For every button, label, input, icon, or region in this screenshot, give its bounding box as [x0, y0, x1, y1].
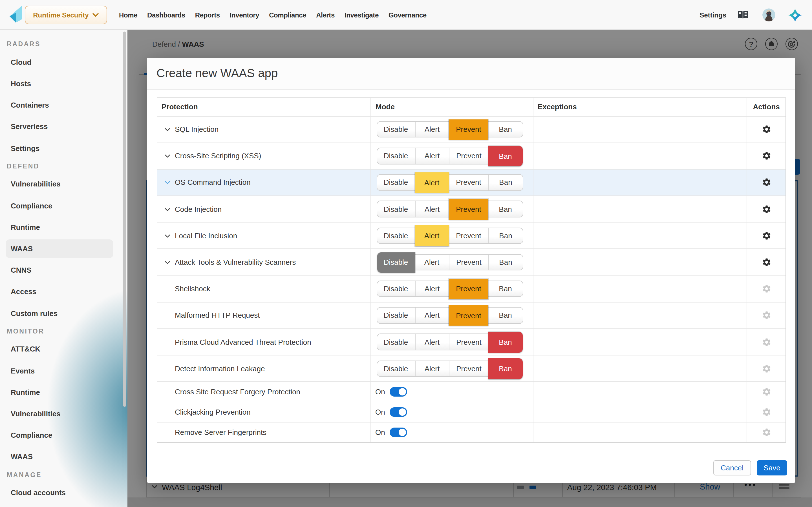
sidebar-item-cloud-accounts[interactable]: Cloud accounts [0, 482, 128, 503]
sidebar-item-serverless[interactable]: Serverless [0, 116, 128, 137]
mode-option-alert[interactable]: Alert [415, 226, 449, 246]
toggle-switch[interactable] [390, 428, 407, 438]
gear-icon[interactable] [762, 311, 771, 320]
mode-option-alert[interactable]: Alert [415, 202, 449, 217]
gear-icon[interactable] [762, 387, 771, 397]
sidebar-item-cloud[interactable]: Cloud [0, 52, 128, 73]
gear-icon[interactable] [762, 407, 771, 417]
mode-option-alert[interactable]: Alert [415, 172, 449, 193]
gear-icon[interactable] [762, 364, 771, 374]
gear-icon[interactable] [762, 258, 771, 267]
mode-option-prevent[interactable]: Prevent [449, 255, 488, 270]
nav-item-inventory[interactable]: Inventory [230, 11, 259, 19]
sidebar-item-attck[interactable]: ATT&CK [0, 338, 128, 360]
toggle-switch[interactable] [390, 407, 407, 417]
mode-option-disable[interactable]: Disable [377, 361, 415, 376]
gear-icon[interactable] [762, 231, 771, 240]
gear-icon[interactable] [762, 151, 771, 161]
prisma-cloud-logo[interactable] [788, 8, 802, 22]
mode-option-alert[interactable]: Alert [415, 122, 449, 137]
nav-item-compliance[interactable]: Compliance [269, 11, 306, 19]
mode-option-disable[interactable]: Disable [377, 122, 415, 137]
mode-option-ban[interactable]: Ban [488, 122, 522, 137]
user-avatar[interactable] [762, 8, 775, 21]
mode-option-prevent[interactable]: Prevent [449, 175, 488, 190]
mode-option-alert[interactable]: Alert [415, 334, 449, 350]
mode-option-alert[interactable]: Alert [415, 255, 449, 270]
gear-icon[interactable] [762, 178, 771, 187]
nav-item-alerts[interactable]: Alerts [316, 11, 335, 19]
mode-option-ban[interactable]: Ban [488, 281, 522, 297]
gear-icon[interactable] [762, 337, 771, 347]
sidebar-item-custom-rules[interactable]: Custom rules [0, 302, 128, 324]
mode-option-ban[interactable]: Ban [488, 358, 522, 379]
sidebar-item-compliance[interactable]: Compliance [0, 195, 128, 216]
sidebar-item-waas-monitor[interactable]: WAAS [0, 446, 128, 467]
mode-option-prevent[interactable]: Prevent [449, 148, 488, 164]
mode-option-ban[interactable]: Ban [488, 175, 522, 190]
sidebar-item-vulnerabilities-monitor[interactable]: Vulnerabilities [0, 403, 128, 425]
mode-option-prevent[interactable]: Prevent [449, 199, 488, 219]
sidebar-item-settings[interactable]: Settings [0, 137, 128, 159]
settings-link[interactable]: Settings [700, 11, 726, 19]
nav-item-reports[interactable]: Reports [195, 11, 220, 19]
mode-option-ban[interactable]: Ban [488, 255, 522, 270]
sidebar-item-hosts[interactable]: Hosts [0, 73, 128, 94]
mode-option-disable[interactable]: Disable [377, 252, 415, 273]
cancel-button[interactable]: Cancel [713, 460, 751, 475]
mode-option-prevent[interactable]: Prevent [449, 305, 488, 326]
nav-item-home[interactable]: Home [119, 11, 137, 19]
mode-option-disable[interactable]: Disable [377, 334, 415, 350]
sidebar-scrollbar[interactable] [123, 32, 126, 407]
mode-option-disable[interactable]: Disable [377, 307, 415, 323]
chevron-down-icon[interactable] [164, 181, 170, 184]
mode-option-disable[interactable]: Disable [377, 228, 415, 243]
sidebar-item-vulnerabilities[interactable]: Vulnerabilities [0, 173, 128, 195]
toggle-wrap: On [375, 407, 407, 417]
nav-item-investigate[interactable]: Investigate [345, 11, 378, 19]
sidebar-item-compliance-monitor[interactable]: Compliance [0, 425, 128, 446]
sidebar-item-access[interactable]: Access [0, 281, 128, 302]
mode-option-ban[interactable]: Ban [488, 307, 522, 323]
mode-option-disable[interactable]: Disable [377, 281, 415, 297]
mode-option-prevent[interactable]: Prevent [449, 228, 488, 243]
sidebar-item-waas[interactable]: WAAS [0, 238, 128, 260]
mode-option-prevent[interactable]: Prevent [449, 334, 488, 350]
mode-option-prevent[interactable]: Prevent [449, 119, 488, 140]
product-switcher[interactable]: Runtime Security [25, 6, 107, 24]
chevron-down-icon[interactable] [164, 234, 170, 238]
sidebar-item-runtime-monitor[interactable]: Runtime [0, 381, 128, 403]
mode-option-ban[interactable]: Ban [488, 202, 522, 217]
mode-option-prevent[interactable]: Prevent [449, 361, 488, 376]
gear-icon[interactable] [762, 284, 771, 293]
mode-option-ban[interactable]: Ban [488, 146, 522, 166]
gear-icon[interactable] [762, 204, 771, 214]
chevron-down-icon[interactable] [164, 208, 170, 211]
sidebar-item-events[interactable]: Events [0, 360, 128, 381]
prisma-compute-logo-icon[interactable] [8, 5, 23, 23]
gear-icon[interactable] [762, 428, 771, 438]
nav-item-dashboards[interactable]: Dashboards [147, 11, 185, 19]
sidebar-item-containers[interactable]: Containers [0, 94, 128, 116]
toggle-switch[interactable] [390, 387, 407, 397]
mode-option-disable[interactable]: Disable [377, 202, 415, 217]
create-waas-app-modal: Create new WAAS app Protection Mode Exce… [147, 58, 795, 483]
nav-item-governance[interactable]: Governance [389, 11, 426, 19]
sidebar-item-cnns[interactable]: CNNS [0, 260, 128, 281]
mode-option-prevent[interactable]: Prevent [449, 279, 488, 299]
chevron-down-icon[interactable] [164, 155, 170, 158]
chevron-down-icon[interactable] [164, 128, 170, 131]
mode-option-alert[interactable]: Alert [415, 148, 449, 164]
save-button[interactable]: Save [757, 460, 787, 475]
mode-option-ban[interactable]: Ban [488, 332, 522, 352]
mode-option-ban[interactable]: Ban [488, 228, 522, 243]
gear-icon[interactable] [762, 124, 771, 134]
chevron-down-icon[interactable] [164, 261, 170, 264]
mode-option-alert[interactable]: Alert [415, 361, 449, 376]
mode-option-disable[interactable]: Disable [377, 175, 415, 190]
mode-option-alert[interactable]: Alert [415, 307, 449, 323]
mode-option-disable[interactable]: Disable [377, 148, 415, 164]
documentation-book-icon[interactable] [738, 10, 748, 20]
sidebar-item-runtime[interactable]: Runtime [0, 216, 128, 238]
mode-option-alert[interactable]: Alert [415, 281, 449, 297]
